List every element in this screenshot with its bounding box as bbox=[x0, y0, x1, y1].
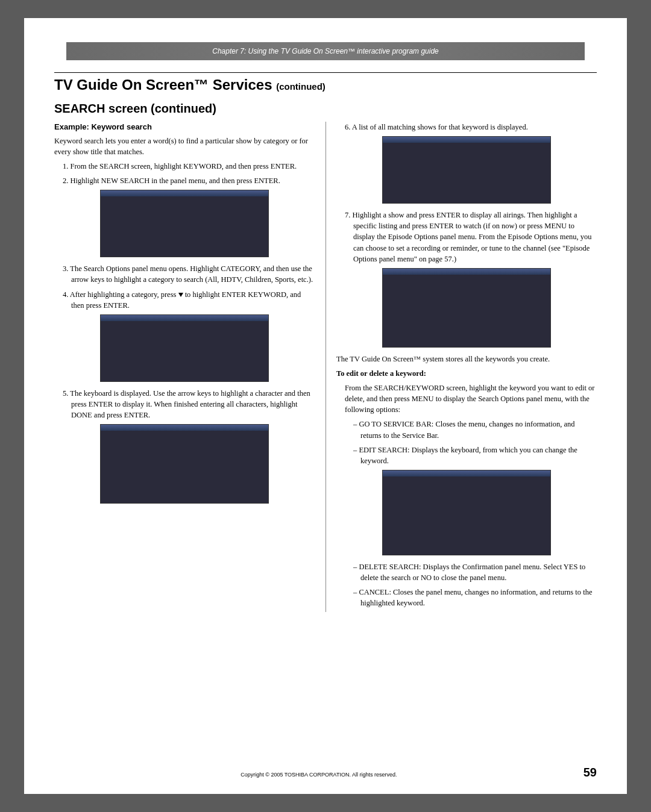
two-column-layout: Example: Keyword search Keyword search l… bbox=[54, 122, 597, 612]
option-cancel: – CANCEL: Closes the panel menu, changes… bbox=[353, 587, 597, 608]
copyright-text: Copyright © 2005 TOSHIBA CORPORATION. Al… bbox=[54, 772, 583, 778]
step-4: 4. After highlighting a category, press … bbox=[63, 289, 315, 311]
to-edit-heading: To edit or delete a keyword: bbox=[336, 368, 597, 379]
intro-text: Keyword search lets you enter a word(s) … bbox=[54, 136, 315, 157]
step-5: 5. The keyboard is displayed. Use the ar… bbox=[63, 388, 315, 420]
screenshot-2 bbox=[100, 314, 269, 382]
step-1: 1. From the SEARCH screen, highlight KEY… bbox=[63, 161, 315, 172]
down-arrow-icon bbox=[178, 293, 183, 297]
page: Chapter 7: Using the TV Guide On Screen™… bbox=[24, 18, 627, 794]
option-goto-service-bar: – GO TO SERVICE BAR: Closes the menu, ch… bbox=[353, 419, 597, 440]
left-column: Example: Keyword search Keyword search l… bbox=[54, 122, 326, 612]
stores-text: The TV Guide On Screen™ system stores al… bbox=[336, 354, 597, 364]
step-6: 6. A list of all matching shows for that… bbox=[345, 122, 597, 133]
example-heading: Example: Keyword search bbox=[54, 122, 315, 133]
column-divider bbox=[326, 122, 326, 612]
chapter-banner: Chapter 7: Using the TV Guide On Screen™… bbox=[66, 42, 585, 60]
screenshot-3 bbox=[100, 424, 269, 504]
option-delete-search: – DELETE SEARCH: Displays the Confirmati… bbox=[353, 561, 597, 583]
screenshot-5 bbox=[382, 268, 551, 348]
screenshot-4 bbox=[382, 136, 551, 204]
step-3: 3. The Search Options panel menu opens. … bbox=[63, 263, 315, 285]
main-title-text: TV Guide On Screen™ Services bbox=[54, 77, 272, 93]
page-number: 59 bbox=[583, 766, 597, 779]
right-column: 6. A list of all matching shows for that… bbox=[326, 122, 597, 612]
step-4-pre: 4. After highlighting a category, press bbox=[63, 290, 178, 299]
horizontal-rule bbox=[54, 72, 597, 73]
main-title: TV Guide On Screen™ Services (continued) bbox=[54, 77, 597, 93]
screenshot-1 bbox=[100, 190, 269, 257]
section-title: SEARCH screen (continued) bbox=[54, 102, 597, 116]
footer: Copyright © 2005 TOSHIBA CORPORATION. Al… bbox=[54, 766, 597, 779]
option-edit-search: – EDIT SEARCH: Displays the keyboard, fr… bbox=[353, 445, 597, 466]
step-2: 2. Highlight NEW SEARCH in the panel men… bbox=[63, 175, 315, 186]
screenshot-6 bbox=[382, 470, 551, 555]
main-title-continued: (continued) bbox=[276, 81, 326, 92]
to-edit-intro: From the SEARCH/KEYWORD screen, highligh… bbox=[336, 383, 597, 415]
step-7: 7. Highlight a show and press ENTER to d… bbox=[345, 210, 597, 264]
